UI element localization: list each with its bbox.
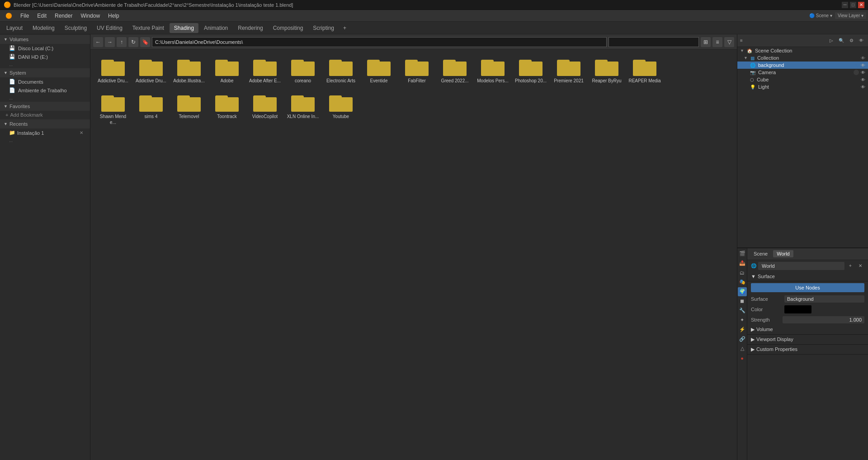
surface-value[interactable]: Background [784, 295, 864, 303]
volume-section-header[interactable]: ▶ Volume [747, 325, 868, 335]
constraints-properties-icon[interactable]: 🔗 [738, 335, 747, 344]
recent-item-instalacao[interactable]: 📁 Instalação 1 ✕ [0, 128, 90, 137]
engine-selector[interactable]: 🔵 Scene ▾ [809, 13, 832, 18]
view-layer-selector[interactable]: View Layer ▾ [835, 12, 866, 19]
output-properties-icon[interactable]: 📤 [738, 259, 747, 268]
folder-item[interactable]: Greed 2022... [437, 54, 473, 86]
folder-item[interactable]: Addictive Dru... [133, 54, 169, 86]
custom-properties-section-header[interactable]: ▶ Custom Properties [747, 345, 868, 355]
nav-bookmark-button[interactable]: 🔖 [140, 37, 150, 47]
nav-up-button[interactable]: ↑ [117, 37, 127, 47]
nav-forward-button[interactable]: → [105, 37, 115, 47]
folder-item[interactable]: Telemovel [171, 90, 207, 128]
folder-item[interactable]: Reaper ByRyu [589, 54, 625, 86]
tab-uv-editing[interactable]: UV Editing [92, 23, 127, 33]
tab-layout[interactable]: Layout [2, 23, 27, 33]
tab-rendering[interactable]: Rendering [233, 23, 267, 33]
outliner-filter-icon[interactable]: ▷ [827, 37, 835, 45]
tree-cube[interactable]: ⬡ Cube 👁 [737, 76, 868, 83]
folder-item[interactable]: Youtube [323, 90, 359, 128]
tree-light[interactable]: 💡 Light 👁 [737, 83, 868, 90]
folder-item[interactable]: sims 4 [133, 90, 169, 128]
world-name-button[interactable]: World [758, 262, 844, 270]
sidebar-item-disco-local[interactable]: 💾 Disco Local (C:) [0, 44, 90, 52]
use-nodes-button[interactable]: Use Nodes [751, 283, 864, 292]
maximize-button[interactable]: □ [850, 2, 856, 8]
tree-background[interactable]: 🌐 background ↻ 👁 [737, 62, 868, 69]
surface-section-header[interactable]: ▼ Surface [747, 272, 868, 281]
folder-item[interactable]: Modelos Pers... [475, 54, 511, 86]
viewport-display-section-header[interactable]: ▶ Viewport Display [747, 335, 868, 345]
menu-file[interactable]: File [17, 11, 33, 20]
unlink-world-icon[interactable]: ✕ [856, 262, 864, 270]
tab-scripting[interactable]: Scripting [308, 23, 339, 33]
folder-item[interactable]: Shawn Mende... [95, 90, 131, 128]
tree-camera[interactable]: 📷 Camera 👁 [737, 69, 868, 76]
tree-scene-collection[interactable]: ▼ 🏠 Scene Collection [737, 47, 868, 54]
sidebar-item-ambiente[interactable]: 📄 Ambiente de Trabalho [0, 86, 90, 95]
system-more[interactable]: ... [0, 95, 90, 101]
view-list-button[interactable]: ≡ [712, 37, 722, 47]
cube-visibility-icon[interactable]: 👁 [861, 77, 865, 82]
path-input[interactable] [152, 37, 607, 47]
favorites-section-header[interactable]: ▼ Favorites [0, 102, 90, 111]
add-workspace-button[interactable]: + [340, 23, 350, 33]
menu-window[interactable]: Window [77, 11, 104, 20]
folder-item[interactable]: XLN Online In... [285, 90, 321, 128]
tab-texture-paint[interactable]: Texture Paint [128, 23, 169, 33]
folder-item[interactable]: Adobe [209, 54, 245, 86]
recent-close-button[interactable]: ✕ [78, 130, 85, 136]
new-world-icon[interactable]: + [846, 262, 854, 270]
folder-item[interactable]: Adobe After E... [247, 54, 283, 86]
folder-item[interactable]: VideoCopilot [247, 90, 283, 128]
folder-item[interactable]: Adobe.Illustra... [171, 54, 207, 86]
menu-help[interactable]: Help [104, 11, 123, 20]
tab-compositing[interactable]: Compositing [269, 23, 308, 33]
folder-item[interactable]: Addictive Dru... [95, 54, 131, 86]
folder-item[interactable]: coreano [285, 54, 321, 86]
add-bookmark-button[interactable]: + Add Bookmark [0, 111, 90, 119]
folder-item[interactable]: Eventide [361, 54, 397, 86]
search-input[interactable] [609, 37, 699, 47]
nav-refresh-button[interactable]: ↻ [128, 37, 138, 47]
sidebar-item-dani-hd[interactable]: 💾 DANI HD (E:) [0, 52, 90, 61]
folder-item[interactable]: REAPER Media [627, 54, 663, 86]
collection-visibility-icon[interactable]: 👁 [861, 56, 865, 61]
camera-visibility-icon[interactable]: 👁 [861, 70, 865, 75]
material-properties-icon[interactable]: ● [738, 354, 747, 363]
object-properties-icon[interactable]: ◼ [738, 297, 747, 306]
system-section-header[interactable]: ▼ System [0, 68, 90, 77]
tab-animation[interactable]: Animation [199, 23, 232, 33]
recents-more[interactable]: ... [0, 137, 90, 144]
menu-blender[interactable]: 🟠 [2, 11, 16, 20]
volumes-more[interactable]: ... [0, 61, 90, 68]
particles-properties-icon[interactable]: ✦ [738, 316, 747, 325]
view-grid-button[interactable]: ⊞ [701, 37, 711, 47]
render-properties-icon[interactable]: 🎬 [738, 249, 747, 258]
folder-item[interactable]: Electronic Arts [323, 54, 359, 86]
volumes-section-header[interactable]: ▼ Volumes [0, 35, 90, 44]
modifier-properties-icon[interactable]: 🔧 [738, 306, 747, 315]
scene-properties-icon[interactable]: 🎭 [738, 278, 747, 287]
folder-item[interactable]: Photoshop 20... [513, 54, 549, 86]
close-button[interactable]: ✕ [858, 2, 864, 8]
menu-render[interactable]: Render [51, 11, 76, 20]
world-tab-button[interactable]: World [773, 250, 793, 257]
tab-modeling[interactable]: Modeling [28, 23, 59, 33]
menu-edit[interactable]: Edit [33, 11, 50, 20]
background-visibility-icon[interactable]: 👁 [861, 63, 865, 68]
tab-shading[interactable]: Shading [170, 23, 198, 33]
object-data-properties-icon[interactable]: △ [738, 344, 747, 353]
outliner-search-icon[interactable]: 🔍 [837, 37, 845, 45]
world-properties-icon[interactable]: 🌍 [738, 287, 747, 296]
minimize-button[interactable]: ─ [842, 2, 848, 8]
folder-item[interactable]: FabFilter [399, 54, 435, 86]
tab-sculpting[interactable]: Sculpting [60, 23, 91, 33]
physics-properties-icon[interactable]: ⚡ [738, 325, 747, 334]
strength-value[interactable]: 1.000 [783, 316, 864, 323]
color-swatch[interactable] [784, 305, 811, 313]
view-layer-properties-icon[interactable]: 🗂 [738, 268, 747, 277]
folder-item[interactable]: Toontrack [209, 90, 245, 128]
recents-section-header[interactable]: ▼ Recents [0, 119, 90, 128]
light-visibility-icon[interactable]: 👁 [861, 85, 865, 90]
